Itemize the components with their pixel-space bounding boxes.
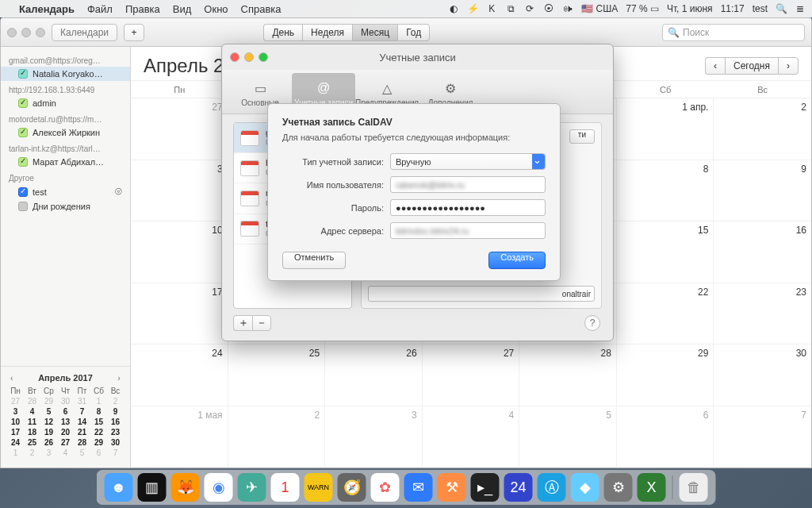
day-cell[interactable]: 1 апр. [617, 98, 714, 160]
day-cell[interactable]: 29 [617, 344, 714, 406]
day-cell[interactable]: 28 [519, 344, 617, 406]
calendar-checkbox[interactable] [18, 157, 28, 167]
day-cell[interactable]: 25 [228, 344, 326, 406]
dock-finder[interactable]: ☻ [105, 473, 133, 502]
day-cell[interactable]: 5 [519, 406, 617, 468]
dock-b24[interactable]: 24 [504, 473, 533, 502]
prefs-zoom-button[interactable] [259, 52, 268, 62]
dock-app3[interactable]: ◆ [571, 473, 599, 502]
sidebar-item[interactable]: Natalia Koryako… [1, 67, 130, 81]
app-menu[interactable]: Календарь [19, 3, 75, 15]
search-input[interactable]: 🔍 Поиск [662, 24, 805, 41]
menu-edit[interactable]: Правка [125, 3, 160, 15]
calendar-checkbox[interactable] [18, 202, 28, 211]
help-button[interactable]: ? [584, 315, 600, 331]
edit-button[interactable]: ти [569, 129, 595, 144]
menubar-time[interactable]: 11:17 [721, 3, 745, 14]
dock-firefox[interactable]: 🦊 [171, 473, 200, 502]
day-cell[interactable]: 22 [617, 283, 714, 345]
sidebar-item[interactable]: test ⦾ [1, 184, 130, 199]
create-button[interactable]: Создать [488, 252, 546, 269]
spotlight-icon[interactable]: 🔍 [776, 3, 787, 14]
input-source[interactable]: 🇺🇸 США [581, 3, 618, 14]
view-week[interactable]: Неделя [302, 24, 352, 41]
dock-chrome[interactable]: ◉ [205, 473, 233, 502]
prefs-minimize-button[interactable] [244, 52, 254, 62]
sidebar-item[interactable]: admin [1, 96, 130, 110]
day-cell[interactable]: 17 [131, 283, 228, 345]
bolt-icon[interactable]: ⚡ [467, 3, 478, 14]
day-cell[interactable]: 16 [714, 221, 811, 283]
dock-photos[interactable]: ✿ [371, 473, 400, 502]
day-cell[interactable]: 6 [617, 406, 714, 468]
prev-month-button[interactable]: ‹ [705, 57, 725, 75]
day-cell[interactable]: 1 мая [131, 406, 228, 468]
day-cell[interactable]: 15 [617, 221, 714, 283]
close-button[interactable] [7, 28, 17, 37]
dock-terminal[interactable]: ▸_ [471, 473, 500, 502]
calendars-button[interactable]: Календари [52, 24, 117, 41]
menu-file[interactable]: Файл [87, 3, 113, 15]
day-cell[interactable]: 27 [423, 344, 520, 406]
sync-icon[interactable]: ⟳ [524, 3, 535, 14]
day-cell[interactable]: 3 [325, 406, 423, 468]
next-month-button[interactable]: › [778, 57, 799, 75]
day-cell[interactable]: 3 [131, 160, 228, 222]
sidebar-item[interactable]: Алексей Жиркин [1, 125, 130, 140]
calendar-checkbox[interactable] [18, 128, 28, 137]
sidebar-item[interactable]: Дни рождения [1, 199, 130, 214]
view-year[interactable]: Год [397, 24, 430, 41]
dock-mail[interactable]: ✉ [404, 473, 433, 502]
day-cell[interactable]: 9 [714, 160, 811, 222]
dock-appstore[interactable]: Ⓐ [538, 473, 566, 502]
dock-trash[interactable]: 🗑 [680, 473, 708, 502]
account-type-select[interactable]: Вручную [390, 153, 546, 170]
calendar-checkbox[interactable] [18, 69, 28, 79]
status-icon[interactable]: ◐ [448, 3, 459, 14]
detail-select[interactable]: onaltrair [368, 286, 595, 302]
today-button[interactable]: Сегодня [725, 57, 778, 75]
day-cell[interactable]: 27 [131, 98, 228, 160]
dock-calendar[interactable]: 1 [271, 473, 300, 502]
dock-safari[interactable]: 🧭 [338, 473, 366, 502]
volume-icon[interactable]: 🕪 [562, 3, 573, 14]
mini-next[interactable]: › [114, 373, 124, 383]
day-cell[interactable]: 7 [714, 406, 811, 468]
add-account-button[interactable]: ＋ [233, 315, 252, 331]
calendar-checkbox[interactable] [18, 98, 28, 108]
dock-warning[interactable]: WARN [304, 473, 333, 502]
day-cell[interactable]: 2 [228, 406, 326, 468]
dock-app1[interactable]: ✈ [238, 473, 266, 502]
remove-account-button[interactable]: － [252, 315, 271, 331]
view-month[interactable]: Месяц [352, 24, 397, 41]
menu-window[interactable]: Окно [204, 3, 228, 15]
day-cell[interactable]: 10 [131, 221, 228, 283]
dropbox-icon[interactable]: ⧉ [505, 3, 516, 14]
menubar-user[interactable]: test [753, 3, 768, 14]
password-field[interactable]: ●●●●●●●●●●●●●●●●● [390, 199, 546, 216]
dock-activity[interactable]: ▥ [138, 473, 167, 502]
day-cell[interactable]: 23 [714, 283, 811, 345]
sidebar-item[interactable]: Марат Абдихал… [1, 155, 130, 169]
mini-prev[interactable]: ‹ [7, 373, 17, 383]
menubar-date[interactable]: Чт, 1 июня [667, 3, 713, 14]
menu-view[interactable]: Вид [173, 3, 192, 15]
day-cell[interactable]: 4 [423, 406, 520, 468]
server-field[interactable]: bitrixdoc.bitrix24.ru [390, 222, 546, 239]
notification-center-icon[interactable]: ≣ [795, 3, 806, 14]
day-cell[interactable]: 8 [617, 160, 714, 222]
dock-sysprefs[interactable]: ⚙ [604, 473, 633, 502]
calendar-checkbox[interactable] [18, 187, 28, 197]
k-icon[interactable]: K [486, 3, 497, 14]
battery-status[interactable]: 77 % ▭ [626, 3, 659, 14]
day-cell[interactable]: 30 [714, 344, 811, 406]
view-day[interactable]: День [263, 24, 302, 41]
cancel-button[interactable]: Отменить [282, 252, 346, 269]
username-field[interactable]: rabenok@bitrix.ru [390, 176, 546, 193]
minimize-button[interactable] [21, 28, 31, 37]
wifi-icon[interactable]: ⦿ [543, 3, 554, 14]
prefs-close-button[interactable] [230, 52, 239, 62]
dock-app2[interactable]: ⚒ [438, 473, 466, 502]
day-cell[interactable]: 2 [714, 98, 811, 160]
zoom-button[interactable] [36, 28, 45, 37]
